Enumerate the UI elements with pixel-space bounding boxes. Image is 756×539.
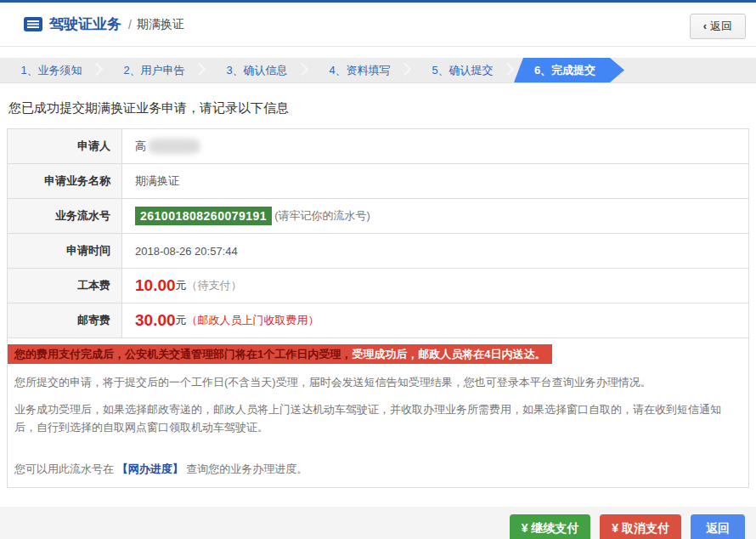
progress-note-prefix: 您可以用此流水号在 — [14, 462, 117, 475]
step-5-confirm-submit[interactable]: 5、确认提交 — [411, 58, 514, 82]
notes-section: 您的费用支付完成后，公安机关交通管理部门将在1个工作日内受理，受理成功后，邮政人… — [7, 338, 749, 488]
list-icon — [24, 17, 42, 31]
continue-payment-button[interactable]: ¥ 继续支付 — [510, 514, 591, 539]
back-button[interactable]: ‹返回 — [690, 14, 746, 39]
row-value: 10.00元（待支付） — [122, 269, 748, 303]
applicant-name: 高 — [135, 139, 146, 154]
progress-menu-reference: 【网办进度】 — [117, 462, 183, 475]
row-label: 业务流水号 — [8, 199, 122, 233]
action-footer: ¥ 继续支付 ¥ 取消支付 返回 — [0, 507, 756, 539]
row-label: 申请时间 — [8, 234, 122, 268]
step-6-complete-submit[interactable]: 6、完成提交 — [514, 58, 624, 82]
fee-unit: 元 — [176, 313, 187, 328]
application-info-table: 申请人 高 申请业务名称 期满换证 业务流水号 2610018082600791… — [7, 128, 749, 338]
chevron-left-icon: ‹ — [703, 20, 707, 32]
fee-amount: 10.00 — [135, 276, 176, 295]
cancel-payment-button[interactable]: ¥ 取消支付 — [600, 514, 681, 539]
warning-text-dark: 您的费用支付完成后，公安机关交通管理部门将在1个工作日内受理， — [14, 348, 352, 360]
row-label: 工本费 — [8, 269, 122, 303]
fee-note: （邮政人员上门收取费用） — [187, 313, 319, 328]
table-row-business-name: 申请业务名称 期满换证 — [8, 164, 748, 199]
fee-amount: 30.00 — [135, 311, 176, 330]
row-value: 2018-08-26 20:57:44 — [122, 234, 748, 268]
step-4-fill-materials[interactable]: 4、资料填写 — [308, 58, 411, 82]
step-bar-filler — [624, 58, 756, 82]
progress-note-suffix: 查询您的业务办理进度。 — [183, 462, 308, 475]
progress-query-note: 您可以用此流水号在 【网办进度】 查询您的业务办理进度。 — [14, 462, 742, 477]
row-value: 261001808260079191(请牢记你的流水号) — [122, 199, 748, 233]
table-row-applicant: 申请人 高 — [8, 129, 748, 164]
table-row-apply-time: 申请时间 2018-08-26 20:57:44 — [8, 234, 748, 269]
row-value: 期满换证 — [122, 164, 748, 198]
return-button[interactable]: 返回 — [691, 514, 745, 539]
table-row-serial-number: 业务流水号 261001808260079191(请牢记你的流水号) — [8, 199, 748, 234]
row-label: 申请业务名称 — [8, 164, 122, 198]
warning-text-light: 受理成功后，邮政人员将在4日内送达。 — [352, 348, 545, 360]
fee-unit: 元 — [176, 278, 187, 293]
step-1-business-notice[interactable]: 1、业务须知 — [0, 58, 103, 82]
row-label: 邮寄费 — [8, 304, 122, 338]
table-row-postage-fee: 邮寄费 30.00元（邮政人员上门收取费用） — [8, 304, 748, 338]
step-2-user-declaration[interactable]: 2、用户申告 — [103, 58, 206, 82]
note-paragraph-processing: 您所提交的申请，将于提交后的一个工作日(不含当天)受理，届时会发送短信告知受理结… — [14, 373, 742, 391]
row-value: 30.00元（邮政人员上门收取费用） — [122, 304, 748, 338]
back-button-label: 返回 — [710, 20, 732, 32]
row-value: 高 — [122, 129, 748, 163]
row-label: 申请人 — [8, 129, 122, 163]
breadcrumb-current: 期满换证 — [137, 17, 184, 32]
serial-note: (请牢记你的流水号) — [274, 208, 370, 224]
table-row-production-fee: 工本费 10.00元（待支付） — [8, 269, 748, 304]
page-header: 驾驶证业务 / 期满换证 ‹返回 — [0, 3, 756, 47]
serial-number-badge: 261001808260079191 — [135, 207, 272, 225]
note-paragraph-delivery: 业务成功受理后，如果选择邮政寄递的，邮政人员将上门送达机动车驾驶证，并收取办理业… — [14, 400, 742, 436]
step-3-confirm-info[interactable]: 3、确认信息 — [206, 58, 308, 82]
fee-note: （待支付） — [187, 278, 242, 293]
redacted-blur — [148, 139, 200, 154]
step-progress-bar: 1、业务须知 2、用户申告 3、确认信息 4、资料填写 5、确认提交 6、完成提… — [0, 58, 756, 83]
breadcrumb-separator: / — [128, 18, 132, 31]
page-title: 驾驶证业务 — [49, 14, 121, 34]
payment-warning-banner: 您的费用支付完成后，公安机关交通管理部门将在1个工作日内受理，受理成功后，邮政人… — [8, 344, 552, 364]
success-message: 您已成功提交期满换证业务申请，请记录以下信息 — [8, 100, 756, 116]
